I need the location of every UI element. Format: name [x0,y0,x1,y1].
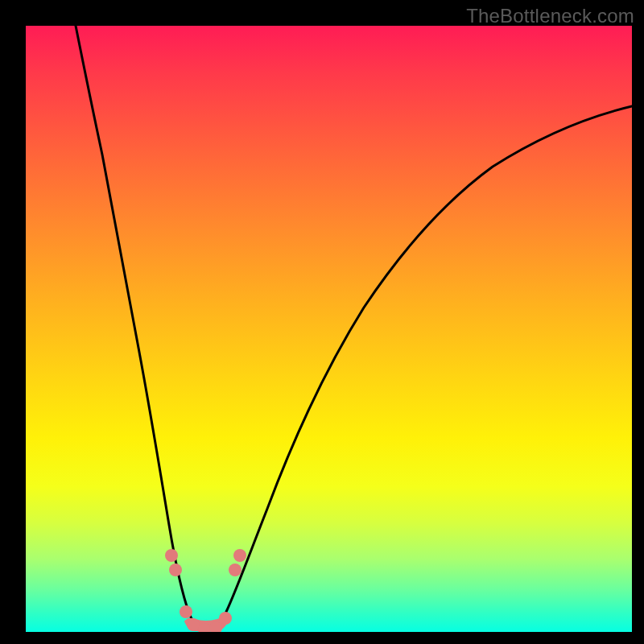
marker-dot [229,564,242,576]
marker-dot [165,549,178,562]
chart-frame: TheBottleneck.com [0,0,644,644]
watermark-text: TheBottleneck.com [466,5,634,27]
marker-dot [180,605,192,618]
marker-dot [219,612,232,625]
marker-dot [187,618,200,631]
marker-dot [233,549,246,562]
plot-area [26,26,632,632]
bottleneck-curve-line [74,26,632,630]
marker-dot [169,564,182,576]
curve-svg [26,26,632,632]
